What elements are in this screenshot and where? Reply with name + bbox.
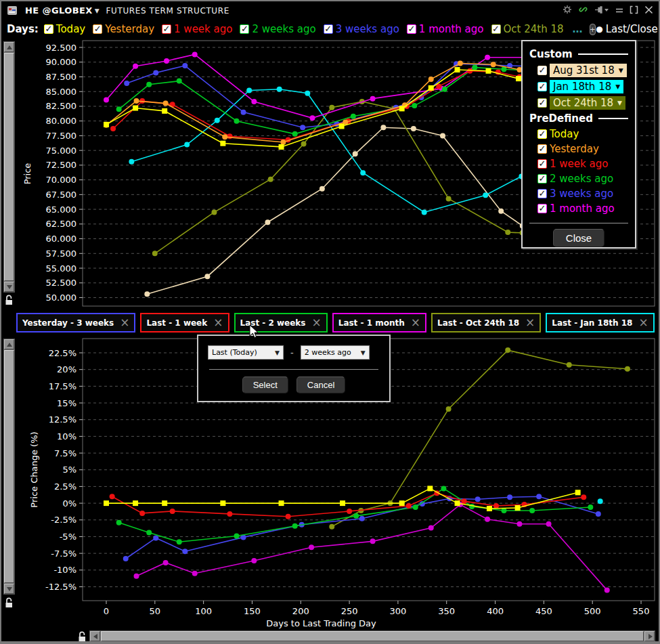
custom-series-label: Oct 24th 18 (553, 97, 613, 109)
custom-series-label: Jan 18th 18 (553, 81, 611, 93)
svg-text:50.000: 50.000 (46, 293, 77, 303)
predefined-series-label: Yesterday (550, 143, 599, 155)
custom-series-dropdown[interactable]: Aug 31st 18▼ (550, 64, 627, 77)
svg-text:22.5%: 22.5% (49, 348, 76, 358)
svg-text:550: 550 (633, 606, 650, 616)
series-last-1-month (134, 502, 610, 593)
predefined-section-header: PreDefined (529, 112, 593, 125)
compare-right-value: 2 weeks ago (305, 348, 351, 357)
predefined-series-row[interactable]: ✓1 month ago (537, 202, 628, 215)
svg-text:10%: 10% (57, 431, 76, 442)
predefined-series-row[interactable]: ✓1 week ago (537, 158, 628, 170)
x-axis-lock-icon[interactable] (77, 630, 87, 642)
svg-text:77.500: 77.500 (46, 131, 77, 141)
predefined-series-label: Today (550, 128, 579, 140)
checkbox-icon[interactable]: ✓ (537, 82, 547, 91)
svg-text:-10%: -10% (53, 565, 76, 575)
svg-text:60.000: 60.000 (46, 234, 77, 244)
svg-text:20%: 20% (57, 364, 76, 374)
custom-series-dropdown[interactable]: Jan 18th 18▼ (550, 80, 623, 93)
chevron-down-icon: ▼ (619, 67, 623, 74)
checkbox-icon[interactable]: ✓ (537, 204, 547, 213)
series-last-1-week (110, 490, 587, 519)
predefined-series-label: 3 weeks ago (550, 188, 613, 200)
svg-text:50: 50 (150, 606, 161, 616)
svg-text:100: 100 (195, 606, 212, 616)
svg-text:65.000: 65.000 (46, 205, 77, 215)
chevron-down-icon: ▼ (361, 349, 366, 356)
svg-text:17.5%: 17.5% (49, 381, 76, 391)
svg-text:82.500: 82.500 (46, 101, 77, 111)
series-last-2-weeks (116, 486, 594, 544)
svg-text:90.000: 90.000 (46, 57, 77, 67)
svg-text:62.500: 62.500 (46, 219, 77, 229)
custom-series-dropdown[interactable]: Oct 24th 18▼ (550, 96, 625, 110)
predefined-series-label: 1 month ago (550, 202, 615, 215)
custom-series-row: ✓Aug 31st 18▼ (537, 64, 628, 77)
svg-text:350: 350 (438, 606, 455, 616)
svg-text:200: 200 (292, 606, 309, 616)
checkbox-icon[interactable]: ✓ (537, 189, 547, 198)
svg-text:0: 0 (104, 606, 109, 616)
compare-left-value: Last (Today) (212, 348, 257, 357)
svg-text:75.000: 75.000 (46, 146, 77, 156)
compare-left-select[interactable]: Last (Today) ▼ (208, 345, 284, 360)
compare-dialog: Last (Today) ▼ - 2 weeks ago ▼ Select Ca… (197, 335, 391, 402)
top-chart-lock-icon[interactable] (4, 294, 14, 305)
cancel-button[interactable]: Cancel (296, 377, 345, 393)
svg-text:Days to Last Trading Day: Days to Last Trading Day (266, 618, 376, 628)
svg-text:72.500: 72.500 (46, 160, 77, 170)
svg-text:12.5%: 12.5% (49, 414, 76, 425)
svg-text:15%: 15% (57, 398, 76, 408)
series-1-week-ago (110, 68, 586, 143)
top-chart-y-axis-title: Price (22, 163, 32, 185)
svg-text:0%: 0% (62, 498, 76, 509)
svg-text:67.500: 67.500 (46, 190, 77, 200)
compare-right-select[interactable]: 2 weeks ago ▼ (301, 345, 370, 360)
predefined-series-row[interactable]: ✓Yesterday (537, 143, 628, 155)
svg-text:250: 250 (341, 606, 358, 616)
bottom-chart-y-axis-title: Price Change (%) (29, 431, 39, 507)
svg-text:7.5%: 7.5% (54, 448, 76, 458)
predefined-series-row[interactable]: ✓3 weeks ago (537, 188, 628, 200)
predefined-series-label: 2 weeks ago (550, 173, 613, 185)
svg-text:87.500: 87.500 (46, 72, 77, 82)
chevron-down-icon: ▼ (617, 100, 622, 106)
predefined-series-label: 1 week ago (550, 158, 608, 170)
mouse-cursor (249, 324, 260, 342)
custom-series-row: ✓Jan 18th 18▼ (537, 80, 628, 93)
svg-text:500: 500 (584, 606, 601, 616)
checkbox-icon[interactable]: ✓ (537, 159, 547, 169)
horizontal-scrollbar[interactable] (89, 630, 655, 642)
checkbox-icon[interactable]: ✓ (537, 129, 547, 139)
checkbox-icon[interactable]: ✓ (537, 174, 547, 184)
svg-text:52.500: 52.500 (46, 278, 77, 288)
series-last-jan-18th-18 (598, 498, 603, 504)
compare-separator: - (290, 347, 294, 358)
svg-text:-7.5%: -7.5% (51, 549, 76, 559)
checkbox-icon[interactable]: ✓ (537, 66, 547, 75)
svg-text:85.000: 85.000 (46, 87, 77, 97)
svg-text:55.000: 55.000 (46, 263, 77, 274)
svg-text:400: 400 (487, 606, 504, 616)
series-selector-panel: Custom ✓Aug 31st 18▼✓Jan 18th 18▼✓Oct 24… (521, 40, 636, 249)
select-button[interactable]: Select (242, 377, 288, 393)
custom-series-label: Aug 31st 18 (553, 64, 615, 77)
panel-close-button[interactable]: Close (553, 229, 604, 247)
svg-text:-12.5%: -12.5% (45, 582, 76, 592)
predefined-series-row[interactable]: ✓Today (537, 128, 628, 140)
svg-text:57.500: 57.500 (46, 249, 77, 259)
bottom-chart-vertical-scrollbar[interactable] (3, 339, 15, 595)
svg-text:150: 150 (244, 606, 261, 616)
svg-text:92.500: 92.500 (46, 43, 77, 53)
chevron-down-icon: ▼ (615, 83, 620, 90)
predefined-series-row[interactable]: ✓2 weeks ago (537, 173, 628, 185)
checkbox-icon[interactable]: ✓ (537, 98, 547, 108)
checkbox-icon[interactable]: ✓ (537, 144, 547, 154)
svg-text:-5%: -5% (60, 532, 76, 542)
top-chart-vertical-scrollbar[interactable] (3, 41, 15, 293)
bottom-chart-lock-icon[interactable] (4, 597, 14, 608)
series-yesterday (104, 60, 584, 144)
svg-text:450: 450 (535, 606, 552, 616)
svg-text:80.000: 80.000 (46, 116, 77, 126)
